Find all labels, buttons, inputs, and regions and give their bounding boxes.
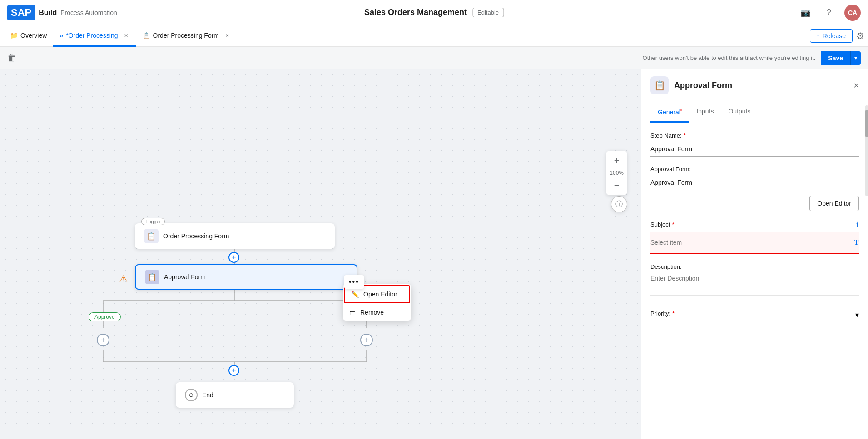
tab-order-processing-close[interactable]: × bbox=[123, 32, 130, 39]
header-title-group: Sales Orders Management Editable bbox=[364, 8, 504, 17]
save-dropdown-button[interactable]: ▾ bbox=[850, 51, 861, 65]
app-title: Sales Orders Management bbox=[364, 8, 467, 17]
canvas-connectors bbox=[0, 69, 641, 439]
zoom-out-btn[interactable]: − bbox=[609, 177, 625, 193]
step-name-field-group: Step Name: * bbox=[650, 132, 859, 157]
edit-warning-text: Other users won't be able to edit this a… bbox=[643, 54, 816, 61]
order-processing-icon: » bbox=[60, 32, 63, 39]
remove-label: Remove bbox=[360, 309, 384, 316]
panel-scrollbar[interactable] bbox=[865, 105, 868, 196]
tab-order-processing-form-label: Order Processing Form bbox=[153, 32, 219, 39]
zoom-level: 100% bbox=[608, 169, 625, 177]
info-btn[interactable]: ⓘ bbox=[611, 196, 627, 212]
step-name-label: Step Name: * bbox=[650, 132, 859, 139]
main-area: Trigger 📋 Order Processing Form + ⚠ 📋 Ap… bbox=[0, 69, 868, 439]
trigger-node[interactable]: Trigger 📋 Order Processing Form bbox=[135, 223, 335, 249]
tab-bar-right: ↑ Release ⚙ bbox=[810, 29, 864, 43]
remove-menu-item[interactable]: 🗑 Remove bbox=[343, 304, 411, 321]
error-icon: ⚠ bbox=[119, 273, 128, 285]
description-field-group: Description: bbox=[650, 263, 859, 297]
zoom-in-btn[interactable]: + bbox=[609, 153, 625, 169]
tab-order-processing[interactable]: » *Order Processing × bbox=[53, 25, 136, 47]
approve-badge: Approve bbox=[89, 312, 121, 321]
edit-icon: ✏️ bbox=[351, 291, 359, 298]
add-step-btn-1[interactable]: + bbox=[228, 252, 239, 263]
open-editor-btn[interactable]: Open Editor bbox=[809, 196, 859, 211]
panel-title: Approval Form bbox=[674, 81, 848, 90]
toolbar-info: Other users won't be able to edit this a… bbox=[643, 51, 861, 65]
text-type-icon: 𝐓 bbox=[854, 238, 859, 247]
sap-logo-text: SAP bbox=[11, 7, 31, 19]
subject-input-row: 𝐓 bbox=[650, 232, 859, 254]
outputs-tab-label: Outputs bbox=[728, 108, 750, 115]
context-menu-trigger[interactable]: ••• bbox=[344, 275, 364, 289]
panel-close-btn[interactable]: × bbox=[853, 80, 859, 91]
panel-content: Step Name: * Approval Form: Open Editor … bbox=[641, 123, 868, 439]
add-right-branch-btn[interactable]: + bbox=[360, 334, 373, 346]
help-icon[interactable]: ? bbox=[821, 5, 837, 21]
build-label: Build bbox=[39, 9, 57, 17]
dots-icon: ••• bbox=[349, 278, 359, 286]
avatar[interactable]: CA bbox=[844, 5, 861, 21]
release-button[interactable]: ↑ Release bbox=[810, 29, 853, 43]
remove-icon: 🗑 bbox=[349, 309, 356, 316]
app-header: SAP Build Process Automation Sales Order… bbox=[0, 0, 868, 25]
add-before-end-btn[interactable]: + bbox=[228, 365, 239, 376]
subject-required: * bbox=[672, 221, 674, 228]
subject-input[interactable] bbox=[650, 235, 854, 250]
delete-icon[interactable]: 🗑 bbox=[7, 53, 16, 63]
add-approve-btn[interactable]: + bbox=[97, 334, 109, 346]
trigger-node-label: Order Processing Form bbox=[163, 232, 229, 240]
subject-label: Subject * ℹ bbox=[650, 220, 859, 229]
panel-icon: 📋 bbox=[650, 76, 669, 94]
approval-node-label: Approval Form bbox=[164, 273, 206, 281]
upload-icon: ↑ bbox=[817, 32, 820, 39]
step-name-input[interactable] bbox=[650, 142, 859, 157]
panel-tab-inputs[interactable]: Inputs bbox=[689, 102, 721, 123]
approval-form-input[interactable] bbox=[650, 175, 859, 190]
open-editor-label: Open Editor bbox=[363, 291, 397, 298]
settings-icon[interactable]: ⚙ bbox=[856, 30, 864, 41]
header-right: 📷 ? CA bbox=[797, 5, 861, 21]
panel-scrollbar-thumb bbox=[865, 110, 868, 137]
subject-info-icon: ℹ bbox=[856, 220, 859, 229]
notifications-icon[interactable]: 📷 bbox=[797, 5, 813, 21]
priority-required: * bbox=[672, 310, 675, 317]
subject-field-group: Subject * ℹ 𝐓 bbox=[650, 220, 859, 254]
inputs-tab-label: Inputs bbox=[696, 108, 714, 115]
toolbar: 🗑 Other users won't be able to edit this… bbox=[0, 47, 868, 69]
approval-node[interactable]: 📋 Approval Form bbox=[135, 264, 357, 290]
tab-overview-label: Overview bbox=[20, 32, 47, 39]
overview-icon: 📁 bbox=[10, 32, 18, 39]
panel-header: 📋 Approval Form × bbox=[641, 69, 868, 102]
step-name-required: * bbox=[684, 132, 686, 139]
right-panel: 📋 Approval Form × General• Inputs Output… bbox=[641, 69, 868, 439]
approval-form-field-group: Approval Form: Open Editor bbox=[650, 166, 859, 211]
tab-overview[interactable]: 📁 Overview bbox=[4, 25, 53, 47]
tab-order-processing-form[interactable]: 📋 Order Processing Form × bbox=[136, 25, 237, 47]
save-dropdown-arrow: ▾ bbox=[854, 55, 857, 61]
save-button[interactable]: Save bbox=[821, 51, 850, 65]
tab-order-processing-form-close[interactable]: × bbox=[223, 32, 231, 39]
panel-tab-outputs[interactable]: Outputs bbox=[721, 102, 758, 123]
release-label: Release bbox=[823, 32, 846, 39]
save-btn-group: Save ▾ bbox=[821, 51, 861, 65]
tab-bar: 📁 Overview » *Order Processing × 📋 Order… bbox=[0, 25, 868, 47]
editable-badge: Editable bbox=[472, 8, 504, 17]
sap-logo[interactable]: SAP bbox=[7, 5, 35, 20]
zoom-controls: + 100% − bbox=[606, 151, 627, 195]
canvas[interactable]: Trigger 📋 Order Processing Form + ⚠ 📋 Ap… bbox=[0, 69, 641, 439]
end-node-label: End bbox=[202, 391, 213, 399]
priority-dropdown-arrow: ▾ bbox=[855, 311, 859, 319]
end-node-icon: ⊙ bbox=[185, 389, 198, 401]
priority-label: Priority: * bbox=[650, 310, 675, 317]
context-menu: ✏️ Open Editor 🗑 Remove bbox=[343, 284, 411, 321]
trigger-node-icon: 📋 bbox=[144, 229, 159, 243]
description-textarea[interactable] bbox=[650, 273, 859, 296]
priority-field-group: Priority: * ▾ bbox=[650, 306, 859, 320]
form-tab-icon: 📋 bbox=[143, 32, 150, 39]
end-node[interactable]: ⊙ End bbox=[176, 382, 294, 408]
description-label: Description: bbox=[650, 263, 859, 270]
panel-tab-general[interactable]: General• bbox=[650, 102, 689, 123]
process-automation-label: Process Automation bbox=[60, 9, 117, 16]
